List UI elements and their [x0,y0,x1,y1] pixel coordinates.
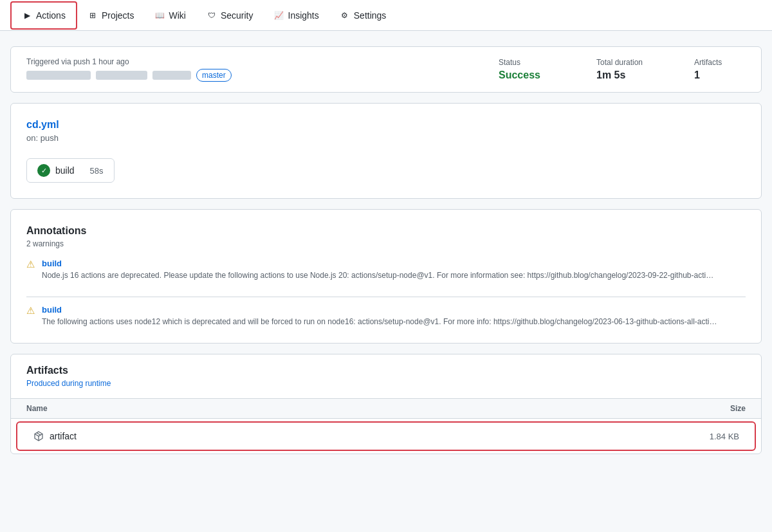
status-value: Success [499,69,576,81]
nav-security-label: Security [221,10,253,21]
nav-actions[interactable]: ▶ Actions [10,1,77,30]
status-label: Status [499,58,576,67]
projects-icon: ⊞ [87,10,98,21]
duration-value: 1m 5s [596,69,674,81]
nav-insights[interactable]: 📈 Insights [264,0,329,31]
annotation-content-2: build The following actions uses node12 … [42,305,717,327]
annotation-message-1: Node.js 16 actions are deprecated. Pleas… [42,270,717,281]
annotations-title: Annotations [26,225,746,237]
trigger-content: master [26,69,499,82]
artifacts-title: Artifacts [26,365,746,376]
col-name-header: Name [26,404,668,413]
build-box[interactable]: ✓ build 58s [26,158,115,183]
annotation-source-1[interactable]: build [42,259,717,268]
nav-actions-label: Actions [36,10,66,21]
artifacts-card: Artifacts Produced during runtime Name S… [10,354,762,454]
actions-icon: ▶ [22,10,32,21]
nav-wiki[interactable]: 📖 Wiki [145,0,196,31]
blurred-text [152,71,191,80]
nav-projects-label: Projects [102,10,134,21]
main-content: Triggered via push 1 hour ago master Sta… [0,31,772,532]
trigger-card: Triggered via push 1 hour ago master Sta… [10,46,762,93]
insights-icon: 📈 [274,10,284,21]
build-duration: 58s [90,166,104,176]
branch-badge[interactable]: master [196,69,232,82]
annotation-item-1: ⚠ build Node.js 16 actions are deprecate… [26,259,746,289]
artifact-name: artifact [50,431,77,441]
annotation-divider [26,297,746,297]
workflow-trigger: on: push [26,133,746,143]
status-section: Status Success [499,58,576,81]
annotation-item-2: ⚠ build The following actions uses node1… [26,305,746,327]
trigger-info: Triggered via push 1 hour ago master [26,57,499,82]
nav-wiki-label: Wiki [169,10,186,21]
artifact-box-icon [33,430,44,442]
artifacts-count-section: Artifacts 1 [694,58,746,81]
security-icon: 🛡 [207,10,217,21]
annotation-message-2: The following actions uses node12 which … [42,316,717,327]
artifacts-header: Artifacts Produced during runtime [11,354,761,399]
annotations-count: 2 warnings [26,239,746,248]
annotations-card-inner: Annotations 2 warnings ⚠ build Node.js 1… [11,210,761,343]
nav-security[interactable]: 🛡 Security [196,0,264,31]
artifacts-count-value: 1 [694,69,746,81]
duration-section: Total duration 1m 5s [596,58,674,81]
workflow-card: cd.yml on: push ✓ build 58s [10,103,762,199]
annotation-source-2[interactable]: build [42,305,717,315]
warning-icon-1: ⚠ [26,259,37,270]
warning-icon-2: ⚠ [26,306,37,316]
annotation-content-1: build Node.js 16 actions are deprecated.… [42,259,717,281]
top-nav: ▶ Actions ⊞ Projects 📖 Wiki 🛡 Security 📈… [0,0,772,31]
nav-insights-label: Insights [288,10,319,21]
duration-label: Total duration [596,58,674,67]
artifacts-subtitle: Produced during runtime [26,379,746,388]
artifact-row[interactable]: artifact 1.84 KB [16,421,756,451]
trigger-label: Triggered via push 1 hour ago [26,57,499,66]
artifacts-count-label: Artifacts [694,58,746,67]
col-size-header: Size [668,404,746,413]
blurred-commit [96,71,147,80]
artifact-name-col: artifact [33,430,662,442]
artifacts-table-header: Name Size [11,399,761,419]
nav-settings[interactable]: ⚙ Settings [329,0,397,31]
workflow-name[interactable]: cd.yml [26,119,746,131]
nav-projects[interactable]: ⊞ Projects [77,0,145,31]
annotations-card: Annotations 2 warnings ⚠ build Node.js 1… [10,209,762,344]
nav-settings-label: Settings [354,10,387,21]
settings-icon: ⚙ [340,10,350,21]
blurred-avatar [26,71,91,80]
wiki-icon: 📖 [155,10,165,21]
build-label: build [55,165,75,176]
check-icon: ✓ [37,164,50,177]
artifact-size: 1.84 KB [662,432,739,441]
workflow-card-inner: cd.yml on: push ✓ build 58s [11,104,761,198]
